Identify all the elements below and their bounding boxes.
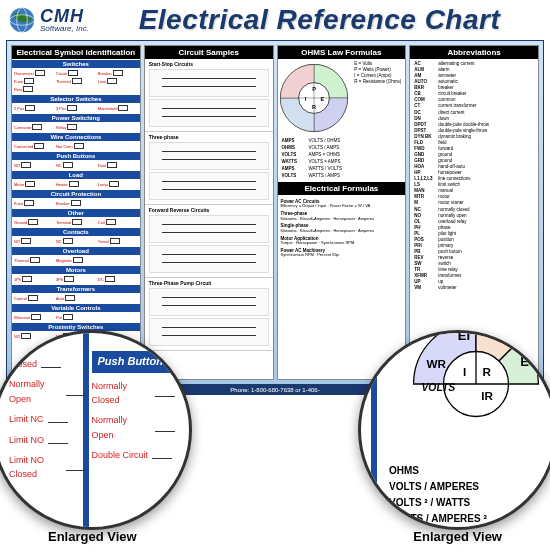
section-header: Circuit Protection [12,190,140,198]
formula-row: AMPSWATTS / VOLTS [278,165,406,172]
logo-main: CMH [40,7,89,25]
section-header: Contacts [12,228,140,236]
col-header: OHMS Law Formulas [278,46,406,59]
symbol-item: DC [97,275,139,283]
svg-text:E: E [320,96,324,102]
section-header: Transformers [12,285,140,293]
header: CMH Software, Inc. Electrical Reference … [0,0,550,40]
symbol-item: Limit [97,77,139,85]
section-header: Other [12,209,140,217]
symbol-item: Not Conn [55,142,97,150]
symbol-row: Limit NO Closed [9,453,86,482]
section-header: Switches [12,60,140,68]
symbol-item: Contactor [13,123,55,131]
formula-row: OHMSVOLTS / AMPS [278,144,406,151]
symbol-item: Auto [55,294,97,302]
col-ohms: OHMS Law Formulas P E R I E = [277,45,407,380]
formula-row: VOLTSWATTS / AMPS [278,172,406,179]
symbol-item: Heater [55,180,97,188]
symbol-row: Limit NO [9,433,86,447]
caption-right: Enlarged View [413,529,502,544]
symbol-row: Normally Open [92,413,176,442]
circuit-diagram-icon [149,99,269,127]
symbol-item: Flow [13,85,55,93]
ef-text: Torque · Horsepower · Synchronous RPM [281,241,403,246]
col-header: Circuit Samples [145,46,273,59]
ohm-list-row: VOLTS / AMPERES [389,479,545,495]
col-header: Abbreviations [410,46,538,59]
symbol-row: Closed [9,357,86,371]
section-header: Overload [12,247,140,255]
section-header: Push Buttons [12,152,140,160]
section-header: Selector Switches [12,95,140,103]
circuit-diagram-icon [149,245,269,273]
symbol-row: Normally Closed [92,379,176,408]
ohms-wheel-icon: P E R I [279,63,349,133]
symbol-item: Rheostat [13,313,55,321]
page-title: Electrical Reference Chart [97,4,542,36]
circuit-sample: Three-phase [145,132,273,205]
legend-row: R = Resistance (Ohms) [354,79,401,85]
globe-icon [8,6,36,34]
symbol-item: NC [55,237,97,245]
symbol-row: Double Circuit [92,448,176,462]
symbol-item: 2 Pos [13,104,55,112]
circuit-diagram-icon [149,288,269,316]
section-header: Proximity Switches [12,323,140,331]
enlarged-view-left: ClosedNormally OpenLimit NCLimit NOLimit… [0,330,192,530]
logo-sub: Software, Inc. [40,25,89,33]
symbol-item: 3Ph [55,275,97,283]
circuit-sample: Forward Reverse Circuits [145,205,273,278]
formula-row: AMPSVOLTS / OHMS [278,137,406,144]
symbol-item: Thermal [13,256,55,264]
symbol-item: Magnetic [55,256,97,264]
ohm-list-row: WATTS / AMPERES ² [389,511,545,527]
symbol-item: NO [13,161,55,169]
symbol-item: Circuit [55,69,97,77]
symbol-item: Breaker [97,69,139,77]
circuit-sample: Three-Phase Pump Circuit [145,278,273,351]
symbol-item: Fuse [13,77,55,85]
abbr-row: VMvoltmeter [414,285,534,291]
section-header: Motors [12,266,140,274]
symbol-item: Relay [55,123,97,131]
col-symbols: Electrical Symbol Identification Switche… [11,45,141,380]
ohm-list-row: VOLTS ² / WATTS [389,495,545,511]
circuit-diagram-icon [149,318,269,346]
symbol-item: Terminal [55,218,97,226]
symbol-row: Limit NC [9,412,86,426]
circuit-sample: Start-Stop Circuits [145,59,273,132]
symbol-item: Ground [13,218,55,226]
circuit-diagram-icon [149,142,269,170]
symbol-item: Thermal [55,77,97,85]
svg-text:I: I [463,365,466,378]
symbol-item: Control [13,294,55,302]
section-header: Variable Controls [12,304,140,312]
svg-text:VOLTS: VOLTS [421,382,455,393]
col-circuits: Circuit Samples Start-Stop CircuitsThree… [144,45,274,380]
symbol-item: Dual [97,161,139,169]
formula-row: WATTSVOLTS × AMPS [278,158,406,165]
circuit-diagram-icon [149,172,269,200]
enlarged-view-right: EI W WR E VOLTS I R IR OHMSVOLTS / AMPER… [358,330,550,530]
symbol-item: Maintained [97,104,139,112]
symbol-item: Disconnect [13,69,55,77]
ef-text: Kilowatts · Kilovolt-Amperes · Horsepowe… [281,229,403,234]
circuit-diagram-icon [149,215,269,243]
section-header: Load [12,171,140,179]
symbol-item: Pot [55,313,97,321]
col-abbr: Abbreviations ACalternating currentALMal… [409,45,539,380]
svg-text:R: R [312,104,316,110]
symbol-item: Coil [97,218,139,226]
formula-row: VOLTSAMPS × OHMS [278,151,406,158]
col-header: Electrical Symbol Identification [12,46,140,59]
symbol-item: Timed [97,237,139,245]
symbol-item: Motor [13,180,55,188]
symbol-item: Lamp [97,180,139,188]
symbol-item: Connected [13,142,55,150]
symbol-row: Normally Open [9,377,86,406]
circuit-diagram-icon [149,69,269,97]
symbol-item: Fuse [13,199,55,207]
symbol-item: NO [13,237,55,245]
svg-text:WR: WR [427,357,447,370]
